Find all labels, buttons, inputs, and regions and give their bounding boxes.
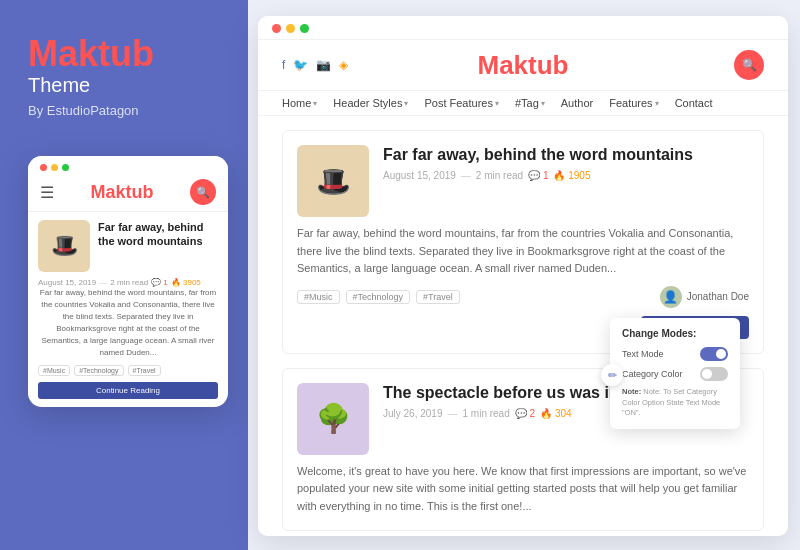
tag-technology: #Technology (74, 365, 123, 376)
brand-highlight: M (28, 33, 58, 74)
mobile-article-info: Far far away, behind the word mountains (98, 220, 218, 272)
article-1-thumbnail: 🎩 (297, 145, 369, 217)
mobile-top-bar (28, 156, 228, 175)
category-color-toggle[interactable] (700, 367, 728, 381)
social-icons: f 🐦 📷 ◈ (282, 58, 348, 72)
nav-post-features[interactable]: Post Features ▾ (424, 97, 498, 109)
desktop-top-bar (258, 16, 788, 40)
mobile-article-tags: #Music #Technology #Travel (38, 365, 218, 376)
mobile-article-body: Far far away, behind the word mountains,… (38, 287, 218, 359)
desktop-site-header: f 🐦 📷 ◈ Maktub 🔍 (258, 40, 788, 91)
category-color-label: Category Color (622, 369, 683, 379)
left-panel: Maktub Theme By EstudioPatagon ☰ Maktub … (0, 0, 248, 550)
nav-author[interactable]: Author (561, 97, 593, 109)
article-1-info: Far far away, behind the word mountains … (383, 145, 749, 181)
mobile-article-thumbnail: 🎩 (38, 220, 90, 272)
change-modes-panel: Change Modes: Text Mode Category Color N… (610, 318, 740, 429)
article-1-meta: August 15, 2019 — 2 min read 💬 1 🔥 1905 (383, 170, 749, 181)
author-area: 👤 Jonathan Doe (660, 286, 749, 308)
author-name: Jonathan Doe (687, 291, 749, 302)
category-color-toggle-row: Category Color (622, 367, 728, 381)
article-1-body: Far far away, behind the word mountains,… (297, 225, 749, 278)
nav-tag[interactable]: #Tag ▾ (515, 97, 545, 109)
article-2-thumbnail: 🌳 (297, 383, 369, 455)
desktop-mockup: f 🐦 📷 ◈ Maktub 🔍 Home ▾ Header Styles ▾ … (258, 16, 788, 536)
dot-green (300, 24, 309, 33)
article-1-title: Far far away, behind the word mountains (383, 145, 749, 166)
nav-header-styles[interactable]: Header Styles ▾ (333, 97, 408, 109)
mobile-article-title: Far far away, behind the word mountains (98, 220, 218, 249)
tag-technology: #Technology (346, 290, 411, 304)
facebook-icon[interactable]: f (282, 58, 285, 72)
mobile-header: ☰ Maktub 🔍 (28, 175, 228, 212)
rss-icon[interactable]: ◈ (339, 58, 348, 72)
pen-icon[interactable]: ✏ (601, 364, 623, 386)
mobile-search-button[interactable]: 🔍 (190, 179, 216, 205)
mobile-mockup: ☰ Maktub 🔍 🎩 Far far away, behind the wo… (28, 156, 228, 407)
nav-contact[interactable]: Contact (675, 97, 713, 109)
text-mode-label: Text Mode (622, 349, 664, 359)
mobile-continue-reading-button[interactable]: Continue Reading (38, 382, 218, 399)
mobile-window-dots (40, 164, 69, 171)
tag-music: #Music (297, 290, 340, 304)
text-mode-toggle[interactable] (700, 347, 728, 361)
article-2-body: Welcome, it's great to have you here. We… (297, 463, 749, 516)
article-1-footer: #Music #Technology #Travel 👤 Jonathan Do… (297, 286, 749, 308)
desktop-nav: Home ▾ Header Styles ▾ Post Features ▾ #… (258, 91, 788, 116)
right-panel: Change Modes: Text Mode Category Color N… (248, 0, 800, 550)
mobile-article-meta: August 15, 2019 — 2 min read 💬 1 🔥 3905 (38, 278, 218, 287)
desktop-brand: Maktub (477, 50, 568, 81)
tag-travel: #Travel (128, 365, 161, 376)
twitter-icon[interactable]: 🐦 (293, 58, 308, 72)
mobile-brand: Maktub (90, 182, 153, 203)
author-avatar: 👤 (660, 286, 682, 308)
desktop-search-button[interactable]: 🔍 (734, 50, 764, 80)
brand-subtitle: Theme (28, 74, 90, 97)
instagram-icon[interactable]: 📷 (316, 58, 331, 72)
dot-green (62, 164, 69, 171)
change-modes-title: Change Modes: (622, 328, 728, 339)
change-modes-note: Note: Note: To Set Category Color Option… (622, 387, 728, 419)
article-1-tags: #Music #Technology #Travel (297, 290, 460, 304)
desktop-window-dots (272, 24, 309, 33)
nav-features[interactable]: Features ▾ (609, 97, 658, 109)
text-mode-toggle-row: Text Mode (622, 347, 728, 361)
tag-travel: #Travel (416, 290, 460, 304)
dot-yellow (51, 164, 58, 171)
dot-red (40, 164, 47, 171)
hamburger-icon[interactable]: ☰ (40, 183, 54, 202)
dot-yellow (286, 24, 295, 33)
brand-title: Maktub (28, 36, 154, 72)
dot-red (272, 24, 281, 33)
nav-home[interactable]: Home ▾ (282, 97, 317, 109)
brand-by: By EstudioPatagon (28, 103, 139, 118)
mobile-article: 🎩 Far far away, behind the word mountain… (38, 220, 218, 272)
article-1-top: 🎩 Far far away, behind the word mountain… (297, 145, 749, 217)
mobile-content: 🎩 Far far away, behind the word mountain… (28, 212, 228, 407)
tag-music: #Music (38, 365, 70, 376)
